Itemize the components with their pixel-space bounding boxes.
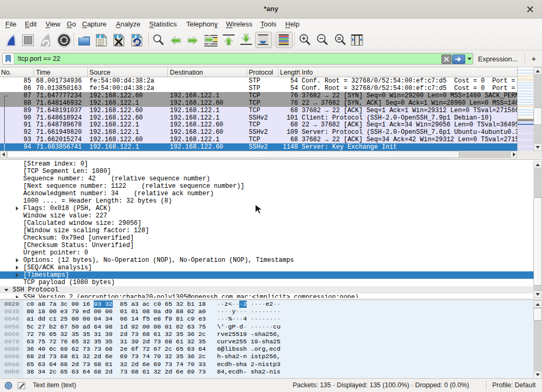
svg-text:0011: 0011 [98,44,104,47]
